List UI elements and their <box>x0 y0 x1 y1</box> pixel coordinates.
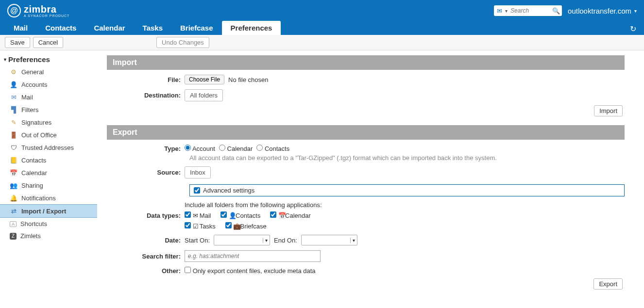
briefcase-icon: 💼 <box>233 223 240 229</box>
tab-tasks[interactable]: Tasks <box>134 21 171 35</box>
destination-label: Destination: <box>107 92 185 99</box>
gear-icon: ⚙ <box>10 68 17 76</box>
sidebar-title[interactable]: ▾ Preferences <box>0 53 97 65</box>
collapse-icon[interactable]: ▾ <box>4 57 6 62</box>
tab-briefcase[interactable]: Briefcase <box>171 21 222 35</box>
start-date-input[interactable]: ▾ <box>214 235 270 245</box>
import-heading: Import <box>107 55 625 70</box>
search-icon[interactable]: 🔍 <box>552 7 560 15</box>
app-header: @ zimbra A SYNACOR PRODUCT ✉ ▾ 🔍 outlook… <box>0 0 644 21</box>
preferences-sidebar: ▾ Preferences ⚙General 👤Accounts ✉Mail ▜… <box>0 50 97 308</box>
end-date-input[interactable]: ▾ <box>301 235 357 245</box>
brand-subtitle: A SYNACOR PRODUCT <box>24 14 69 17</box>
chevron-down-icon[interactable]: ▾ <box>634 8 637 14</box>
mail-icon: ✉ <box>10 93 17 101</box>
main-tabs: Mail Contacts Calendar Tasks Briefcase P… <box>0 21 644 35</box>
dt-briefcase-checkbox[interactable]: 💼Briefcase <box>225 222 267 230</box>
import-export-icon: ⇄ <box>10 207 17 215</box>
person-icon: 👤 <box>229 212 236 219</box>
sidebar-item-shortcuts[interactable]: AShortcuts <box>0 218 97 230</box>
sidebar-item-mail[interactable]: ✉Mail <box>0 91 97 103</box>
chevron-down-icon[interactable]: ▾ <box>350 238 357 243</box>
advanced-settings-box[interactable]: Advanced settings <box>189 184 625 196</box>
door-icon: 🚪 <box>10 131 17 139</box>
datatypes-hint: Include all folders from the following a… <box>185 201 322 209</box>
sidebar-item-zimlets[interactable]: ZZimlets <box>0 230 97 242</box>
preferences-content: Import File: Choose File No file chosen … <box>97 50 644 308</box>
toolbar: Save Cancel Undo Changes <box>0 35 644 50</box>
person-icon: 👤 <box>10 81 17 88</box>
dt-tasks-checkbox[interactable]: ☑Tasks <box>185 222 216 230</box>
zimlets-icon: Z <box>10 233 17 240</box>
type-hint: All account data can be exported to a "T… <box>189 154 625 162</box>
chevron-down-icon[interactable]: ▾ <box>263 238 270 243</box>
sharing-icon: 👥 <box>10 181 17 189</box>
sidebar-item-import-export[interactable]: ⇄Import / Export <box>0 204 97 218</box>
dt-mail-checkbox[interactable]: ✉Mail <box>185 211 211 219</box>
account-name[interactable]: outlooktransfer.com ▾ <box>568 7 637 15</box>
sidebar-item-calendar[interactable]: 📅Calendar <box>0 166 97 179</box>
import-section: Import File: Choose File No file chosen … <box>107 55 625 116</box>
refresh-icon[interactable]: ↻ <box>629 25 637 33</box>
cancel-button[interactable]: Cancel <box>33 37 63 48</box>
sidebar-item-filters[interactable]: ▜Filters <box>0 103 97 116</box>
search-filter-label: Search filter: <box>107 253 185 260</box>
search-filter-input[interactable] <box>185 250 321 262</box>
contacts-icon: 📒 <box>10 156 17 164</box>
type-contacts-radio[interactable]: Contacts <box>256 145 289 152</box>
source-label: Source: <box>107 169 185 176</box>
datatypes-label: Data types: <box>107 212 185 219</box>
sidebar-item-ooo[interactable]: 🚪Out of Office <box>0 129 97 141</box>
logo: @ zimbra A SYNACOR PRODUCT <box>7 4 69 17</box>
file-label: File: <box>107 76 185 83</box>
other-only-content-checkbox[interactable]: Only export content files, exclude meta … <box>185 267 316 275</box>
start-on-label: Start On: <box>185 237 210 244</box>
tab-calendar[interactable]: Calendar <box>85 21 134 35</box>
calendar-icon: 📅 <box>10 169 17 177</box>
sidebar-item-trusted[interactable]: 🛡Trusted Addresses <box>0 141 97 154</box>
sidebar-item-sharing[interactable]: 👥Sharing <box>0 179 97 192</box>
tab-preferences[interactable]: Preferences <box>222 21 281 35</box>
shield-icon: 🛡 <box>10 144 17 151</box>
chevron-down-icon[interactable]: ▾ <box>505 8 508 14</box>
undo-changes-button[interactable]: Undo Changes <box>156 37 209 48</box>
end-on-label: End On: <box>274 237 297 244</box>
advanced-settings-checkbox[interactable] <box>194 187 200 194</box>
dt-contacts-checkbox[interactable]: 👤Contacts <box>220 211 260 219</box>
file-status: No file chosen <box>228 76 268 83</box>
export-section: Export Type: Account Calendar Contacts A… <box>107 125 625 290</box>
dt-calendar-checkbox[interactable]: 📅Calendar <box>270 211 310 219</box>
date-label: Date: <box>107 237 185 244</box>
calendar-icon: 📅 <box>278 212 285 219</box>
import-button[interactable]: Import <box>594 105 623 116</box>
export-button[interactable]: Export <box>593 278 623 290</box>
mail-icon: ✉ <box>193 212 200 219</box>
type-account-radio[interactable]: Account <box>185 145 215 152</box>
keyboard-icon: A <box>10 221 17 227</box>
sidebar-item-general[interactable]: ⚙General <box>0 65 97 78</box>
source-select[interactable]: Inbox <box>185 166 211 178</box>
sidebar-item-accounts[interactable]: 👤Accounts <box>0 78 97 91</box>
type-label: Type: <box>107 145 185 152</box>
signature-icon: ✎ <box>10 118 17 126</box>
search-input[interactable] <box>510 7 549 14</box>
tasks-icon: ☑ <box>193 223 200 229</box>
search-box[interactable]: ✉ ▾ 🔍 <box>494 5 562 16</box>
tab-contacts[interactable]: Contacts <box>36 21 85 35</box>
choose-file-button[interactable]: Choose File <box>185 75 224 84</box>
type-calendar-radio[interactable]: Calendar <box>219 145 253 152</box>
sidebar-item-signatures[interactable]: ✎Signatures <box>0 116 97 129</box>
brand-name: zimbra <box>24 4 69 15</box>
save-button[interactable]: Save <box>5 37 30 48</box>
export-heading: Export <box>107 125 625 140</box>
filter-icon: ▜ <box>10 106 17 113</box>
other-label: Other: <box>107 267 185 275</box>
bell-icon: 🔔 <box>10 194 17 202</box>
destination-select[interactable]: All folders <box>185 89 223 101</box>
sidebar-item-notifications[interactable]: 🔔Notifications <box>0 192 97 204</box>
tab-mail[interactable]: Mail <box>5 21 36 35</box>
mail-icon: ✉ <box>497 7 502 15</box>
logo-icon: @ <box>7 4 21 17</box>
sidebar-item-contacts[interactable]: 📒Contacts <box>0 154 97 166</box>
